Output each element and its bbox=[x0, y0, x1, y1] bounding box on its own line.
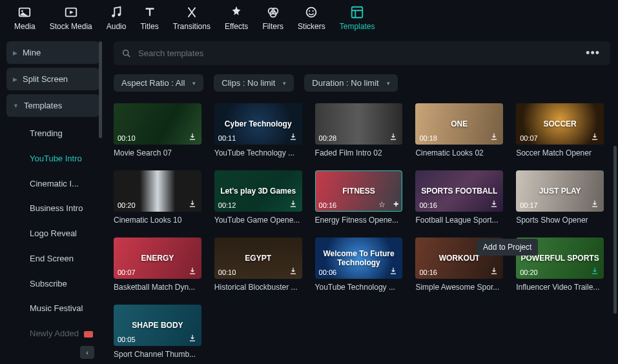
template-thumbnail[interactable]: SHAPE BODY00:05 bbox=[114, 305, 201, 346]
tab-templates[interactable]: Templates bbox=[340, 5, 375, 36]
template-thumbnail[interactable]: 00:20 bbox=[114, 170, 201, 212]
tab-label: Filters bbox=[262, 22, 283, 31]
template-thumbnail[interactable]: 00:10 bbox=[114, 103, 201, 145]
template-grid: 00:10Movie Search 07Cyber Technology00:1… bbox=[114, 103, 610, 359]
tab-label: Titles bbox=[140, 22, 158, 31]
template-title: Cinematic Looks 02 bbox=[415, 148, 503, 157]
download-button[interactable] bbox=[288, 132, 298, 142]
template-title: Movie Search 07 bbox=[114, 148, 201, 157]
sidebar-sub-trending[interactable]: Trending bbox=[6, 121, 99, 146]
tab-stickers[interactable]: Stickers bbox=[298, 5, 325, 36]
download-button[interactable] bbox=[388, 266, 398, 276]
download-button[interactable] bbox=[489, 266, 499, 276]
tab-filters[interactable]: Filters bbox=[262, 5, 283, 36]
caret-right-icon: ▶ bbox=[13, 76, 17, 83]
template-thumbnail[interactable]: Let's play 3D Games00:12 bbox=[214, 170, 302, 212]
sidebar-item-label: Newly Added bbox=[30, 329, 79, 338]
sidebar-sub-music-festival[interactable]: Music Festival bbox=[6, 296, 99, 321]
media-icon bbox=[17, 5, 32, 19]
download-button[interactable] bbox=[590, 266, 600, 276]
template-thumbnail[interactable]: Welcome To Future Technology00:06 bbox=[315, 238, 403, 279]
sidebar-sub-newly-added[interactable]: Newly Added bbox=[6, 321, 99, 346]
download-button[interactable] bbox=[590, 199, 600, 209]
duration-label: 00:17 bbox=[520, 201, 538, 209]
collapse-sidebar-button[interactable]: ‹ bbox=[80, 346, 94, 359]
filter-duration[interactable]: Duration : No limit ▾ bbox=[304, 74, 397, 92]
download-button[interactable] bbox=[187, 132, 198, 142]
template-card: 00:28Faded Film Intro 02 bbox=[315, 103, 403, 157]
download-button[interactable] bbox=[388, 132, 398, 142]
top-tabs: Media Stock Media Audio Titles Transitio… bbox=[0, 0, 618, 36]
chevron-down-icon: ▾ bbox=[283, 80, 286, 86]
more-options-button[interactable]: ••• bbox=[583, 46, 603, 60]
tab-effects[interactable]: Effects bbox=[225, 5, 248, 36]
template-card: Welcome To Future Technology00:06YouTube… bbox=[315, 238, 403, 292]
more-horizontal-icon: ••• bbox=[586, 46, 600, 59]
sidebar-item-templates[interactable]: ▼ Templates bbox=[6, 94, 99, 117]
download-button[interactable] bbox=[489, 199, 499, 209]
sidebar-sub-cinematic[interactable]: Cinematic I... bbox=[6, 171, 99, 196]
duration-label: 00:16 bbox=[319, 201, 337, 209]
download-button[interactable] bbox=[187, 333, 198, 343]
favorite-icon[interactable]: ☆ bbox=[378, 200, 386, 209]
template-card: JUST PLAY00:17Sports Show Opener bbox=[516, 170, 604, 225]
caret-down-icon: ▼ bbox=[13, 103, 19, 109]
sidebar-sub-business-intro[interactable]: Business Intro bbox=[6, 196, 99, 221]
template-thumbnail[interactable]: POWERFUL SPORTS00:20 bbox=[516, 238, 604, 279]
tab-stock-media[interactable]: Stock Media bbox=[50, 5, 92, 36]
tab-audio[interactable]: Audio bbox=[107, 5, 127, 36]
template-thumbnail[interactable]: EGYPT00:10 bbox=[214, 238, 302, 279]
sidebar-sub-logo-reveal[interactable]: Logo Reveal bbox=[6, 221, 99, 246]
download-button[interactable] bbox=[187, 199, 198, 209]
template-card: ENERGY00:07Basketball Match Dyn... bbox=[114, 238, 201, 292]
template-thumbnail[interactable]: SOCCER00:07 bbox=[516, 103, 604, 145]
tab-titles[interactable]: Titles bbox=[140, 5, 158, 36]
template-title: Influencer Video Traile... bbox=[516, 283, 604, 292]
sidebar-sub-end-screen[interactable]: End Screen bbox=[6, 246, 99, 271]
chevron-down-icon: ▾ bbox=[387, 80, 390, 86]
duration-label: 00:07 bbox=[520, 134, 538, 142]
new-badge-icon bbox=[84, 331, 93, 338]
template-title: Sports Show Opener bbox=[516, 216, 604, 225]
download-button[interactable] bbox=[590, 132, 600, 142]
sidebar-item-mine[interactable]: ▶ Mine bbox=[6, 41, 99, 64]
search-input[interactable] bbox=[138, 48, 577, 58]
download-button[interactable] bbox=[489, 132, 499, 142]
download-button[interactable] bbox=[288, 199, 298, 209]
template-card: 00:10Movie Search 07 bbox=[114, 103, 201, 157]
sidebar-item-split-screen[interactable]: ▶ Split Screen bbox=[6, 68, 99, 90]
template-thumbnail[interactable]: 00:28 bbox=[315, 103, 403, 145]
template-thumbnail[interactable]: WORKOUT00:16 bbox=[415, 238, 503, 279]
main-scrollbar[interactable] bbox=[613, 146, 617, 314]
template-thumbnail[interactable]: SPORTS FOOTBALL00:16 bbox=[415, 170, 503, 212]
duration-label: 00:07 bbox=[118, 268, 136, 276]
duration-label: 00:28 bbox=[319, 134, 337, 142]
template-title: Faded Film Intro 02 bbox=[315, 148, 403, 157]
filter-aspect-ratio[interactable]: Aspect Ratio : All ▾ bbox=[114, 74, 203, 92]
filter-clips[interactable]: Clips : No limit ▾ bbox=[214, 74, 294, 92]
template-card: SOCCER00:07Soccer Match Opener bbox=[516, 103, 604, 157]
template-card: SPORTS FOOTBALL00:16Football League Spor… bbox=[415, 170, 503, 225]
filters-icon bbox=[266, 5, 280, 19]
template-thumbnail[interactable]: ENERGY00:07 bbox=[114, 238, 201, 279]
template-thumbnail[interactable]: JUST PLAY00:17 bbox=[516, 170, 604, 212]
template-card: ONE00:18Cinematic Looks 02 bbox=[415, 103, 503, 157]
template-thumbnail[interactable]: ONE00:18 bbox=[415, 103, 503, 145]
filter-label: Aspect Ratio : All bbox=[121, 78, 185, 88]
download-button[interactable] bbox=[187, 266, 198, 276]
tab-transitions[interactable]: Transitions bbox=[173, 5, 211, 36]
tab-media[interactable]: Media bbox=[14, 5, 36, 36]
template-title: YouTube Technology ... bbox=[315, 283, 403, 292]
svg-point-1 bbox=[21, 10, 23, 12]
caret-right-icon: ▶ bbox=[13, 50, 17, 56]
duration-label: 00:16 bbox=[419, 201, 437, 209]
template-thumbnail[interactable]: Cyber Technology00:11 bbox=[214, 103, 302, 145]
download-button[interactable] bbox=[288, 266, 298, 276]
sidebar-sub-subscribe[interactable]: Subscribe bbox=[6, 271, 99, 296]
template-card: FITNESS00:16☆+Energy Fitness Opene... bbox=[315, 170, 403, 225]
add-to-project-button[interactable]: + bbox=[393, 199, 398, 209]
filter-row: Aspect Ratio : All ▾ Clips : No limit ▾ … bbox=[114, 74, 610, 92]
template-title: Cinematic Looks 10 bbox=[114, 216, 201, 225]
sidebar-sub-youtube-intro[interactable]: YouTube Intro bbox=[6, 146, 99, 171]
template-thumbnail[interactable]: FITNESS00:16☆+ bbox=[315, 170, 403, 212]
